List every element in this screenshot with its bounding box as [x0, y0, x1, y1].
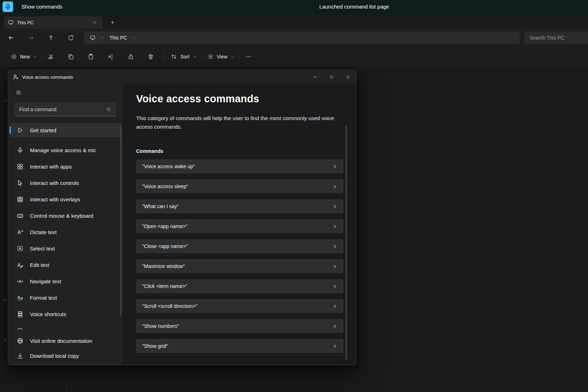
sidebar-item-navigate-text[interactable]: Navigate text [10, 274, 122, 288]
page-title: Voice access commands [136, 93, 356, 105]
view-icon [207, 53, 213, 60]
new-tab-button[interactable] [108, 18, 118, 27]
sidebar-item-dictate-text[interactable]: Dictate text [10, 225, 122, 239]
sort-icon [171, 53, 177, 60]
sidebar-item-label: Interact with overlays [30, 196, 80, 202]
sidebar-item-edit-text[interactable]: Edit text [10, 258, 122, 272]
dialog-sidebar: Get startedManage voice access & micInte… [8, 84, 123, 365]
command-item[interactable]: "Show numbers" [136, 319, 343, 333]
dialog-title-bar[interactable]: Voice access commands [8, 70, 356, 84]
command-item[interactable]: "Show grid" [136, 339, 343, 353]
sidebar-item-label: Dictate text [30, 229, 57, 235]
navigation-menu-button[interactable] [13, 87, 24, 98]
sidebar-nav-list: Get startedManage voice access & micInte… [10, 123, 122, 330]
navigation-pane-divider[interactable] [66, 373, 67, 392]
view-button[interactable]: View [203, 50, 238, 64]
new-button-label: New [20, 54, 30, 60]
sidebar-item-format-text[interactable]: Format text [10, 290, 122, 305]
sidebar-item-clipped[interactable] [10, 323, 122, 330]
shortcuts-icon [17, 311, 24, 318]
sidebar-item-visit-online-documentation[interactable]: Visit online documentation [10, 334, 122, 348]
close-icon [92, 20, 97, 25]
voice-bar-status-label: Launched command list page [319, 0, 389, 14]
command-label: "Click <item name>" [142, 283, 187, 289]
chevron-right-icon [332, 264, 337, 269]
explorer-search-box[interactable]: Search This PC [525, 31, 588, 44]
voice-access-mic-button[interactable] [2, 1, 13, 12]
command-item[interactable]: "Voice access wake up" [136, 160, 343, 173]
cursor-icon [17, 180, 24, 186]
paste-button[interactable] [84, 50, 98, 64]
chevron-right-icon [332, 324, 337, 329]
this-pc-icon [8, 20, 14, 25]
cut-button[interactable] [44, 50, 58, 64]
sidebar-item-label: Control mouse & keyboard [30, 213, 93, 219]
chevron-down-icon [193, 55, 197, 59]
command-label: "Voice access wake up" [142, 164, 195, 169]
sidebar-item-interact-with-overlays[interactable]: Interact with overlays [10, 192, 122, 206]
command-label: "Show numbers" [142, 323, 179, 329]
close-button[interactable] [340, 70, 356, 84]
up-button[interactable] [44, 31, 58, 45]
globe-icon [17, 337, 24, 344]
chevron-right-icon[interactable] [100, 36, 104, 40]
grid-icon [17, 196, 24, 203]
find-command-input[interactable] [19, 107, 103, 112]
chevron-right-icon [332, 284, 337, 289]
command-label: "Maximize window" [142, 263, 185, 269]
explorer-tab-bar: This PC [0, 14, 588, 29]
back-button[interactable] [4, 31, 18, 45]
sidebar-scrollbar[interactable] [120, 126, 122, 316]
command-item[interactable]: "Open <app name>" [136, 220, 343, 233]
chevron-right-icon [332, 224, 337, 229]
sidebar-item-download-local-copy[interactable]: Download local copy [10, 349, 122, 363]
command-item[interactable]: "Click <item name>" [136, 279, 343, 293]
tab-close-button[interactable] [91, 19, 98, 26]
sidebar-item-voice-shortcuts[interactable]: Voice shortcuts [10, 307, 122, 321]
tree-collapse-chevron[interactable] [3, 298, 7, 303]
command-label: "Open <app name>" [142, 223, 187, 229]
sidebar-item-label: Voice shortcuts [30, 311, 66, 317]
dictate-icon [17, 229, 24, 236]
address-bar[interactable]: This PC [84, 31, 520, 44]
find-command-box[interactable] [15, 103, 116, 116]
chevron-right-icon[interactable] [132, 36, 136, 40]
sidebar-item-interact-with-controls[interactable]: Interact with controls [10, 176, 122, 190]
new-button[interactable]: New [7, 50, 41, 64]
chevron-right-icon [332, 204, 337, 209]
delete-button[interactable] [144, 50, 158, 64]
maximize-button[interactable] [323, 70, 340, 84]
sidebar-item-select-text[interactable]: Select text [10, 241, 122, 256]
voice-bar-state-label: Show commands [21, 0, 62, 14]
refresh-button[interactable] [64, 31, 78, 45]
command-item[interactable]: "What can I say" [136, 200, 343, 213]
copy-button[interactable] [64, 50, 78, 64]
chevron-right-icon [332, 244, 337, 249]
breadcrumb-this-pc[interactable]: This PC [109, 35, 127, 41]
voice-access-app-icon [12, 74, 19, 80]
content-scrollbar[interactable] [346, 125, 347, 360]
select-text-icon [17, 245, 24, 252]
command-item[interactable]: "Close <app name>" [136, 239, 343, 253]
dialog-title: Voice access commands [22, 74, 307, 80]
sidebar-item-label: Navigate text [30, 278, 61, 284]
tree-expand-chevron[interactable] [3, 338, 7, 342]
sidebar-item-manage-voice-access-mic[interactable]: Manage voice access & mic [10, 143, 122, 157]
command-item[interactable]: "Maximize window" [136, 259, 343, 273]
command-item[interactable]: "Voice access sleep" [136, 180, 343, 193]
navigate-text-icon [17, 278, 24, 285]
sidebar-item-get-started[interactable]: Get started [10, 123, 122, 137]
command-item[interactable]: "Scroll <scroll direction>" [136, 299, 343, 313]
explorer-tab-this-pc[interactable]: This PC [4, 16, 103, 29]
share-button[interactable] [124, 50, 138, 64]
minimize-button[interactable] [307, 70, 323, 84]
forward-button[interactable] [24, 31, 38, 45]
tree-expand-chevron[interactable] [3, 98, 7, 103]
sort-button[interactable]: Sort [167, 50, 201, 64]
sidebar-item-interact-with-apps[interactable]: Interact with apps [10, 159, 122, 174]
more-options-button[interactable] [241, 50, 256, 64]
rename-button[interactable] [104, 50, 118, 64]
sidebar-item-control-mouse-keyboard[interactable]: Control mouse & keyboard [10, 208, 122, 223]
search-icon[interactable] [106, 107, 111, 112]
download-icon [17, 352, 24, 359]
